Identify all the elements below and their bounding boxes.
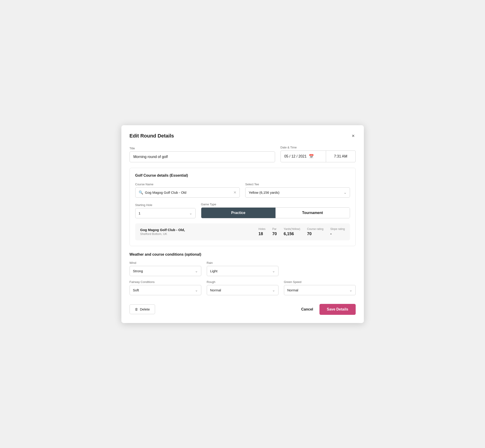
trash-icon: 🗑 bbox=[135, 307, 138, 311]
course-rating-label: Course rating bbox=[307, 227, 323, 231]
conditions-row: Fairway Conditions Soft ⌄ Rough Normal ⌄… bbox=[129, 280, 356, 295]
course-main-name: Gog Magog Golf Club - Old, bbox=[140, 228, 252, 232]
course-info-row: Gog Magog Golf Club - Old, Shelford Bott… bbox=[135, 223, 350, 240]
wind-rain-row: Wind Strong ⌄ Rain Light ⌄ bbox=[129, 261, 356, 276]
yards-stat: Yards(Yellow) 6,156 bbox=[284, 227, 300, 236]
save-button[interactable]: Save Details bbox=[319, 304, 356, 315]
top-row: Title Date & Time 05 / 12 / 2021 📅 7:31 … bbox=[129, 146, 356, 162]
course-name-input-wrap[interactable]: 🔍 ✕ bbox=[135, 187, 240, 198]
title-input[interactable] bbox=[129, 151, 275, 162]
yards-value: 6,156 bbox=[284, 232, 294, 236]
chevron-down-icon-4: ⌄ bbox=[272, 269, 275, 273]
wind-dropdown[interactable]: Strong ⌄ bbox=[129, 266, 201, 276]
par-label: Par bbox=[272, 227, 277, 231]
modal-title: Edit Round Details bbox=[129, 133, 174, 139]
course-tee-row: Course Name 🔍 ✕ Select Tee Yellow (6,156… bbox=[135, 183, 350, 198]
yards-label: Yards(Yellow) bbox=[284, 227, 300, 231]
wind-value: Strong bbox=[133, 269, 143, 273]
starting-hole-dropdown[interactable]: 1 ⌄ bbox=[135, 208, 196, 218]
par-value: 70 bbox=[272, 232, 277, 236]
footer-right: Cancel Save Details bbox=[301, 304, 356, 315]
holes-value: 18 bbox=[259, 232, 263, 236]
clear-icon[interactable]: ✕ bbox=[233, 190, 236, 195]
datetime-label: Date & Time bbox=[281, 146, 356, 149]
delete-label: Delete bbox=[140, 307, 150, 311]
chevron-down-icon-7: ⌄ bbox=[349, 288, 352, 292]
rough-label: Rough bbox=[207, 280, 278, 284]
rough-dropdown[interactable]: Normal ⌄ bbox=[207, 285, 278, 295]
delete-button[interactable]: 🗑 Delete bbox=[129, 304, 155, 314]
chevron-down-icon-2: ⌄ bbox=[189, 211, 192, 215]
course-name-label: Course Name bbox=[135, 183, 240, 186]
wind-group: Wind Strong ⌄ bbox=[129, 261, 201, 276]
fairway-label: Fairway Conditions bbox=[129, 280, 201, 284]
slope-rating-label: Slope rating bbox=[330, 227, 345, 231]
date-field[interactable]: 05 / 12 / 2021 📅 bbox=[281, 151, 326, 162]
chevron-down-icon-3: ⌄ bbox=[195, 269, 198, 273]
chevron-down-icon: ⌄ bbox=[344, 190, 347, 195]
slope-rating-value: - bbox=[330, 232, 331, 236]
rain-group: Rain Light ⌄ bbox=[207, 261, 278, 276]
game-type-toggle: Practice Tournament bbox=[201, 207, 350, 218]
practice-button[interactable]: Practice bbox=[201, 208, 275, 218]
starting-hole-value: 1 bbox=[139, 211, 140, 215]
date-time-wrap: 05 / 12 / 2021 📅 7:31 AM bbox=[281, 151, 356, 162]
course-rating-value: 70 bbox=[307, 232, 312, 236]
chevron-down-icon-5: ⌄ bbox=[195, 288, 198, 292]
green-speed-label: Green Speed bbox=[284, 280, 356, 284]
rain-label: Rain bbox=[207, 261, 278, 264]
starting-hole-label: Starting Hole bbox=[135, 203, 196, 207]
rain-value: Light bbox=[210, 269, 218, 273]
title-field-group: Title bbox=[129, 147, 275, 162]
holes-stat: Holes 18 bbox=[259, 227, 266, 236]
datetime-field-group: Date & Time 05 / 12 / 2021 📅 7:31 AM bbox=[281, 146, 356, 162]
title-label: Title bbox=[129, 147, 275, 150]
starting-hole-group: Starting Hole 1 ⌄ bbox=[135, 203, 196, 218]
rain-dropdown[interactable]: Light ⌄ bbox=[207, 266, 278, 276]
weather-section-title: Weather and course conditions (optional) bbox=[129, 252, 356, 256]
game-type-group: Game Type Practice Tournament bbox=[201, 203, 350, 218]
time-value: 7:31 AM bbox=[334, 154, 348, 159]
close-button[interactable]: × bbox=[351, 133, 356, 139]
course-details-card: Golf Course details (Essential) Course N… bbox=[129, 168, 356, 246]
time-field[interactable]: 7:31 AM bbox=[326, 151, 356, 162]
select-tee-dropdown[interactable]: Yellow (6,156 yards) ⌄ bbox=[245, 187, 350, 198]
holes-label: Holes bbox=[259, 227, 266, 231]
green-speed-value: Normal bbox=[287, 288, 298, 292]
rough-group: Rough Normal ⌄ bbox=[207, 280, 278, 295]
modal-header: Edit Round Details × bbox=[129, 133, 356, 139]
course-section-title: Golf Course details (Essential) bbox=[135, 174, 350, 177]
course-info-name: Gog Magog Golf Club - Old, Shelford Bott… bbox=[140, 228, 252, 236]
fairway-value: Soft bbox=[133, 288, 139, 292]
tournament-button[interactable]: Tournament bbox=[275, 208, 350, 218]
wind-label: Wind bbox=[129, 261, 201, 264]
green-speed-dropdown[interactable]: Normal ⌄ bbox=[284, 285, 356, 295]
weather-section: Weather and course conditions (optional)… bbox=[129, 252, 356, 295]
course-location: Shelford Bottom, UK bbox=[140, 232, 252, 236]
rough-value: Normal bbox=[210, 288, 221, 292]
modal-footer: 🗑 Delete Cancel Save Details bbox=[129, 302, 356, 315]
search-icon: 🔍 bbox=[139, 190, 143, 195]
select-tee-label: Select Tee bbox=[245, 183, 350, 186]
date-value: 05 / 12 / 2021 bbox=[284, 154, 307, 159]
fairway-group: Fairway Conditions Soft ⌄ bbox=[129, 280, 201, 295]
game-type-label: Game Type bbox=[201, 203, 350, 206]
fairway-dropdown[interactable]: Soft ⌄ bbox=[129, 285, 201, 295]
course-rating-stat: Course rating 70 bbox=[307, 227, 323, 236]
slope-rating-stat: Slope rating - bbox=[330, 227, 345, 236]
par-stat: Par 70 bbox=[272, 227, 277, 236]
course-name-group: Course Name 🔍 ✕ bbox=[135, 183, 240, 198]
calendar-icon: 📅 bbox=[309, 154, 314, 159]
cancel-button[interactable]: Cancel bbox=[301, 307, 313, 312]
starting-gametype-row: Starting Hole 1 ⌄ Game Type Practice Tou… bbox=[135, 203, 350, 218]
course-name-input[interactable] bbox=[145, 191, 232, 194]
green-speed-group: Green Speed Normal ⌄ bbox=[284, 280, 356, 295]
select-tee-value: Yellow (6,156 yards) bbox=[249, 191, 279, 194]
chevron-down-icon-6: ⌄ bbox=[272, 288, 275, 292]
select-tee-group: Select Tee Yellow (6,156 yards) ⌄ bbox=[245, 183, 350, 198]
edit-round-modal: Edit Round Details × Title Date & Time 0… bbox=[121, 125, 364, 323]
